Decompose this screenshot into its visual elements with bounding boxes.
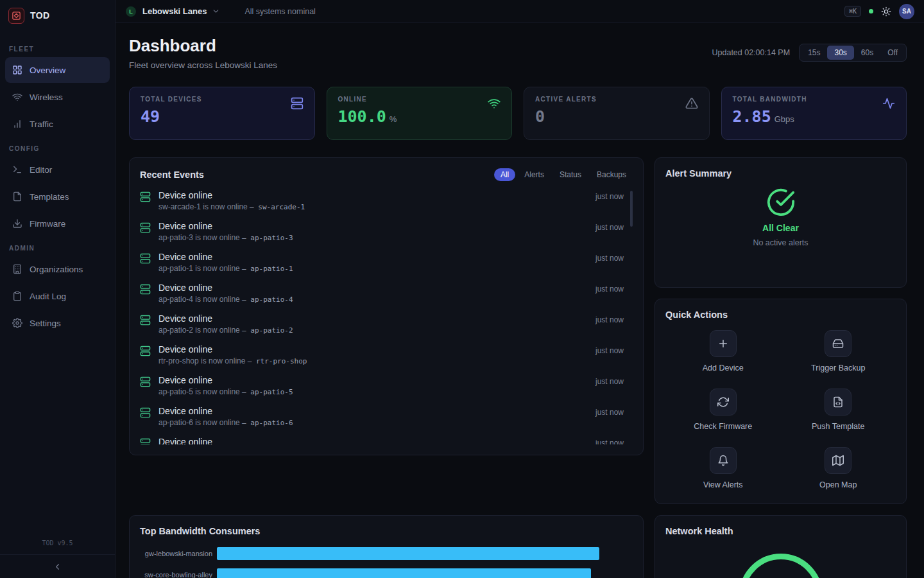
health-dot	[869, 9, 873, 13]
event-title: Device online	[158, 283, 588, 293]
command-palette-shortcut[interactable]: ⌘K	[844, 6, 861, 17]
updated-timestamp: Updated 02:00:14 PM	[712, 48, 791, 57]
event-row: Device online ap-patio-5 is now online —…	[140, 372, 624, 403]
action-trigger-backup[interactable]: Trigger Backup	[781, 330, 896, 372]
action-view-alerts[interactable]: View Alerts	[665, 447, 781, 489]
theme-toggle-button[interactable]	[881, 6, 891, 17]
health-gauge: 100	[739, 554, 823, 578]
right-column: Alert Summary All Clear No active alerts…	[654, 157, 907, 504]
filter-status[interactable]: Status	[553, 168, 588, 181]
bar-chart-icon	[12, 119, 22, 129]
event-time: just now	[595, 406, 624, 417]
event-device: — ap-patio-3	[242, 234, 293, 242]
check-circle-icon	[766, 188, 796, 217]
server-icon	[140, 407, 151, 418]
system-status-text: All systems nominal	[244, 7, 315, 16]
event-row: Device online rtr-pro-shop is now online…	[140, 341, 624, 372]
event-detail: sw-arcade-1 is now online	[158, 202, 248, 211]
sidebar-item-organizations[interactable]: Organizations	[5, 256, 110, 282]
app-root: TOD FLEET Overview Wireless Traffic CONF…	[0, 0, 924, 578]
event-detail: ap-patio-6 is now online	[158, 418, 240, 427]
sidebar-item-overview[interactable]: Overview	[5, 57, 110, 83]
event-list: Device online sw-arcade-1 is now online …	[140, 187, 633, 444]
filter-backups[interactable]: Backups	[590, 168, 633, 181]
events-scrollbar[interactable]	[630, 191, 633, 227]
sidebar-item-label: Firmware	[30, 219, 65, 229]
refresh-30s-button[interactable]: 30s	[827, 46, 853, 60]
org-switcher[interactable]: Lebowski Lanes	[142, 6, 207, 16]
server-icon	[140, 284, 151, 295]
event-device: — ap-patio-5	[242, 388, 293, 396]
nav-section-fleet: FLEET	[0, 46, 115, 53]
action-push-template[interactable]: Push Template	[781, 389, 896, 431]
event-row: Device online ap-patio-3 is now online —…	[140, 218, 624, 249]
sidebar-collapse-button[interactable]	[0, 554, 115, 578]
sidebar-item-templates[interactable]: Templates	[5, 184, 110, 209]
plus-icon	[710, 330, 737, 357]
event-title: Device online	[158, 406, 588, 416]
nav-section-config: CONFIG	[0, 145, 115, 152]
content: Dashboard Fleet overview across Lebowski…	[116, 23, 924, 578]
sidebar-item-wireless[interactable]: Wireless	[5, 84, 110, 110]
gear-icon	[12, 318, 22, 328]
event-time: just now	[595, 283, 624, 293]
event-title: Device online	[158, 344, 588, 355]
brand: TOD	[0, 0, 115, 31]
sidebar-item-label: Organizations	[30, 265, 83, 274]
alert-status: All Clear	[762, 223, 799, 233]
server-icon	[140, 253, 151, 264]
server-icon	[140, 191, 151, 202]
event-device: — ap-patio-4	[242, 295, 293, 304]
recent-events-panel: Recent Events All Alerts Status Backups	[129, 157, 644, 455]
sidebar-item-audit-log[interactable]: Audit Log	[5, 283, 110, 309]
refresh-controls: Updated 02:00:14 PM 15s 30s 60s Off	[712, 44, 907, 62]
filter-all[interactable]: All	[494, 168, 515, 181]
event-time: just now	[595, 437, 624, 444]
bell-icon	[710, 447, 737, 474]
download-icon	[12, 218, 22, 229]
refresh-interval-segmented: 15s 30s 60s Off	[799, 44, 907, 62]
alert-detail: No active alerts	[753, 238, 808, 247]
action-open-map[interactable]: Open Map	[781, 447, 896, 489]
topbar: L Lebowski Lanes All systems nominal ⌘K …	[116, 0, 924, 23]
stat-card-total-bandwidth: TOTAL BANDWIDTH 2.85Gbps	[721, 87, 907, 140]
action-check-firmware[interactable]: Check Firmware	[665, 389, 781, 431]
event-device: — sw-arcade-1	[250, 203, 305, 211]
event-detail: ap-patio-1 is now online	[158, 264, 240, 273]
refresh-15s-button[interactable]: 15s	[801, 46, 827, 60]
event-title: Device online	[158, 313, 588, 324]
bandwidth-device-label: gw-lebowski-mansion	[140, 550, 212, 557]
nav-section-admin: ADMIN	[0, 245, 115, 252]
org-avatar: L	[126, 6, 136, 17]
bandwidth-bar	[217, 568, 591, 578]
event-time: just now	[595, 252, 624, 263]
filter-alerts[interactable]: Alerts	[518, 168, 551, 181]
network-health-panel: Network Health 100	[654, 515, 907, 578]
refresh-60s-button[interactable]: 60s	[854, 46, 880, 60]
stat-label: TOTAL BANDWIDTH	[733, 96, 896, 103]
terminal-icon	[12, 164, 22, 175]
server-icon	[140, 346, 151, 356]
event-time: just now	[595, 344, 624, 355]
sidebar-item-label: Wireless	[30, 92, 63, 102]
user-avatar[interactable]: SA	[899, 4, 914, 19]
server-icon	[140, 222, 151, 233]
event-row: Device online ap-patio-1 is now online —…	[140, 249, 624, 279]
refresh-off-button[interactable]: Off	[880, 46, 905, 60]
map-icon	[825, 447, 851, 474]
sidebar-item-firmware[interactable]: Firmware	[5, 211, 110, 236]
bandwidth-row: sw-core-bowling-alley	[140, 568, 633, 578]
app-logo-icon	[8, 8, 24, 24]
chevron-down-icon[interactable]	[212, 7, 220, 15]
sidebar-item-settings[interactable]: Settings	[5, 310, 110, 336]
stat-value: 49	[141, 107, 160, 126]
topbar-right: ⌘K SA	[844, 4, 914, 19]
page-head: Dashboard Fleet overview across Lebowski…	[129, 36, 907, 70]
app-version: TOD v9.5	[0, 533, 115, 554]
sidebar-item-traffic[interactable]: Traffic	[5, 111, 110, 137]
sidebar-item-editor[interactable]: Editor	[5, 157, 110, 182]
panel-title: Network Health	[665, 526, 733, 536]
stat-suffix: Gbps	[774, 114, 794, 124]
action-add-device[interactable]: Add Device	[665, 330, 781, 372]
server-icon	[140, 376, 151, 387]
